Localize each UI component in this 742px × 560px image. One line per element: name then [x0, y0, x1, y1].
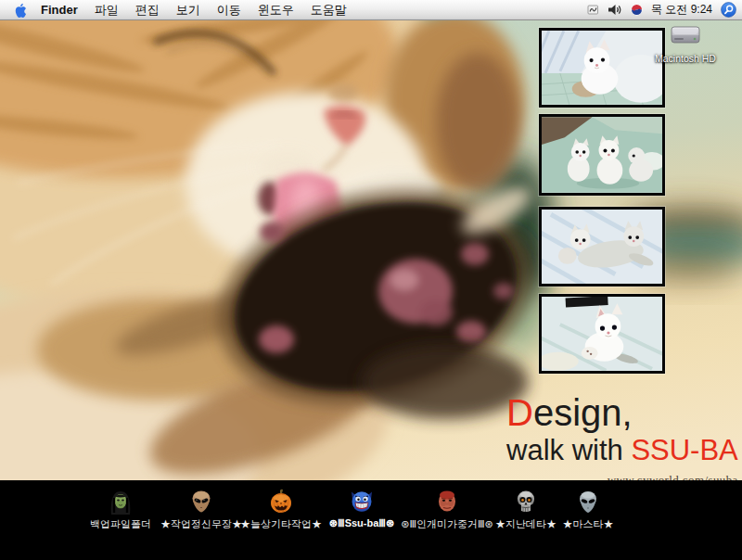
- volume-icon[interactable]: [608, 4, 622, 16]
- menu-bar-clock[interactable]: 목 오전 9:24: [651, 2, 712, 18]
- kitten-photo-2: [539, 114, 665, 196]
- desktop-area[interactable]: Macintosh HD Design, walk with SSU-BA ww…: [0, 20, 742, 480]
- menu-item-window[interactable]: 윈도우: [249, 2, 302, 19]
- desktop-screen: Finder 파일 편집 보기 이동 윈도우 도움말: [0, 0, 742, 560]
- kitten-photo-4: [539, 294, 665, 374]
- witch-face-icon: [108, 489, 134, 515]
- active-app-name[interactable]: Finder: [32, 3, 86, 17]
- wallpaper-url: www.cyworld.com/suuba: [506, 473, 738, 480]
- pumpkin-face-icon: [268, 489, 294, 515]
- spotlight-icon[interactable]: [721, 2, 736, 18]
- menu-item-help[interactable]: 도움말: [302, 2, 355, 19]
- menu-bar: Finder 파일 편집 보기 이동 윈도우 도움말: [0, 0, 742, 20]
- red-head-face-icon: [434, 489, 460, 515]
- menu-left: Finder 파일 편집 보기 이동 윈도우 도움말: [9, 0, 355, 19]
- menu-item-go[interactable]: 이동: [209, 2, 249, 19]
- subline: walk with SSU-BA: [506, 434, 738, 466]
- skull-face-icon: [513, 489, 539, 515]
- desktop-icon-label: ★마스타★: [563, 517, 614, 531]
- blue-devil-face-icon: [349, 489, 375, 515]
- wallpaper-typography: Design, walk with SSU-BA www.cyworld.com…: [506, 392, 738, 480]
- menu-bar-status-area: 목 오전 9:24: [587, 0, 736, 19]
- korean-flag-input-icon[interactable]: [631, 4, 643, 16]
- menu-item-edit[interactable]: 편집: [127, 2, 168, 19]
- kitten-photo-1: [539, 28, 665, 108]
- apple-icon: [15, 3, 27, 18]
- gray-alien-face-icon: [575, 489, 601, 515]
- desktop-icon-strip: 백업파일폴더 ★작업정신무장★: [0, 480, 742, 560]
- input-pen-icon[interactable]: [587, 4, 599, 16]
- desktop-icon-label: 백업파일폴더: [90, 517, 151, 531]
- menu-item-file[interactable]: 파일: [86, 2, 127, 19]
- subline-prefix: walk with: [506, 434, 631, 466]
- headline: Design,: [506, 392, 738, 433]
- desktop-icon-label: ★늘상기타작업★: [240, 517, 322, 531]
- desktop-icon-master[interactable]: ★마스타★: [537, 489, 639, 531]
- menu-item-view[interactable]: 보기: [168, 2, 209, 19]
- macintosh-hd-icon[interactable]: Macintosh HD: [652, 23, 719, 64]
- kitten-photo-3: [539, 207, 665, 286]
- headline-rest: esign,: [533, 392, 633, 433]
- brown-alien-face-icon: [188, 489, 214, 515]
- hard-drive-icon: [669, 23, 702, 48]
- macintosh-hd-label: Macintosh HD: [652, 53, 719, 64]
- headline-accent: D: [506, 392, 533, 433]
- desktop-icon-label: ⊛ⅢSsu-baⅢ⊛: [329, 517, 394, 529]
- subline-accent: SSU-BA: [631, 434, 737, 466]
- apple-menu[interactable]: [9, 3, 32, 18]
